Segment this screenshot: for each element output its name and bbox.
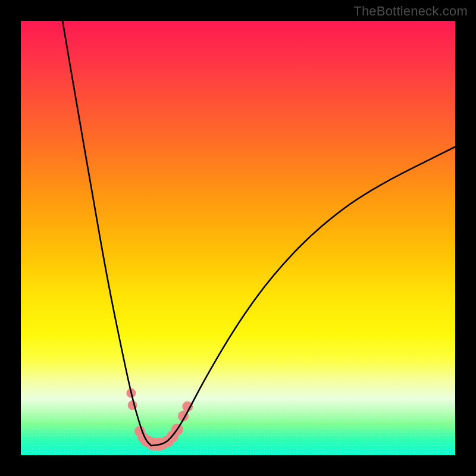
plot-area: [21, 21, 455, 455]
chart-svg: [21, 21, 455, 455]
watermark-text: TheBottleneck.com: [353, 4, 468, 19]
bottleneck-curve: [62, 21, 455, 446]
